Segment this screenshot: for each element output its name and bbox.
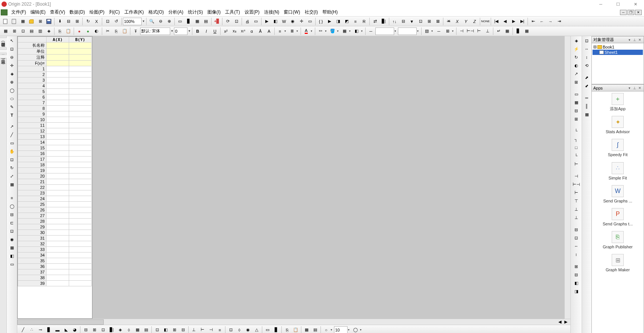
- polygon-tool[interactable]: ⊟: [8, 211, 17, 218]
- grid-button[interactable]: ▦: [503, 27, 511, 35]
- apps-close-button[interactable]: ✕: [638, 86, 642, 90]
- row-header[interactable]: 31: [18, 236, 47, 241]
- surface-button[interactable]: ▦: [133, 326, 142, 333]
- rect-tool[interactable]: ▭: [8, 139, 17, 147]
- menu-图像[interactable]: 图像(I): [205, 8, 223, 16]
- data-cell[interactable]: [47, 236, 69, 241]
- reimport-button[interactable]: ↻: [84, 17, 92, 26]
- data-cell[interactable]: [47, 117, 69, 123]
- data-cell[interactable]: [69, 190, 92, 196]
- layer-button[interactable]: ◧: [162, 326, 170, 333]
- word-export-button[interactable]: W: [280, 17, 288, 26]
- data-cell[interactable]: [47, 111, 69, 117]
- skip-none-button[interactable]: ⊥: [484, 27, 492, 35]
- superscript-button[interactable]: x²: [222, 27, 230, 35]
- grid-h-button[interactable]: ═: [582, 94, 591, 102]
- column-header[interactable]: A(X): [47, 37, 69, 43]
- font-dropdown[interactable]: ▼: [171, 29, 174, 33]
- legend-button[interactable]: ▭: [263, 326, 272, 333]
- bracket-tool[interactable]: ⊏: [8, 219, 17, 227]
- scale-button[interactable]: ≡: [216, 326, 224, 333]
- row-header[interactable]: 1: [18, 66, 47, 72]
- data-cell[interactable]: [47, 275, 69, 281]
- subscript-button[interactable]: x₂: [230, 27, 239, 35]
- line-style-button[interactable]: ─: [367, 27, 375, 35]
- row-header[interactable]: 27: [18, 213, 47, 219]
- font-style-button[interactable]: Ŧ: [132, 27, 140, 35]
- pan-tool[interactable]: ✋: [8, 147, 17, 155]
- screen-reader-tool[interactable]: ✛: [8, 62, 17, 69]
- data-cell[interactable]: [47, 219, 69, 224]
- zoom-dropdown[interactable]: ▼: [142, 20, 145, 23]
- italic-button[interactable]: I: [202, 27, 210, 35]
- data-cell[interactable]: [69, 100, 92, 106]
- data-cell[interactable]: [69, 213, 92, 219]
- data-cell[interactable]: [69, 258, 92, 264]
- data-cursor-tool[interactable]: ⊕: [8, 78, 17, 86]
- bar-plot-button[interactable]: ▬: [53, 326, 62, 333]
- menu-社交[interactable]: 社交(I): [302, 8, 320, 16]
- copy-button[interactable]: ⎘: [56, 27, 64, 35]
- row-header[interactable]: 38: [18, 275, 47, 281]
- ternary-button[interactable]: △: [252, 326, 261, 333]
- front-button[interactable]: ◧: [572, 279, 581, 287]
- import-multi-button[interactable]: ⊞: [73, 17, 81, 26]
- screen-reader-button[interactable]: ◉: [289, 17, 297, 26]
- menu-编辑[interactable]: 编辑(E): [28, 8, 48, 16]
- menu-绘图[interactable]: 绘图(P): [87, 8, 107, 16]
- menu-格式[interactable]: 格式(O): [146, 8, 166, 16]
- menu-连接[interactable]: 连接(N): [262, 8, 282, 16]
- offset-button[interactable]: ⊡: [227, 326, 235, 333]
- data-cell[interactable]: [69, 72, 92, 78]
- data-cell[interactable]: [69, 252, 92, 258]
- new-project-button[interactable]: [2, 17, 10, 26]
- skip-both-button[interactable]: ⊢⊣: [466, 27, 475, 35]
- row-header[interactable]: 9: [18, 111, 47, 117]
- rotate-tool[interactable]: ↻: [8, 164, 17, 172]
- app-item-graph-publisher[interactable]: ⎘Graph Publisher: [593, 231, 642, 249]
- frame4-button[interactable]: └: [572, 152, 581, 160]
- data-cell[interactable]: [47, 72, 69, 78]
- export-button[interactable]: ◧: [271, 17, 280, 26]
- add-column-button[interactable]: +▊: [213, 17, 221, 26]
- apps-panel-header[interactable]: Apps ▾ ⊥ ✕: [592, 85, 644, 91]
- region-tool[interactable]: ◯: [8, 87, 17, 94]
- row-header[interactable]: 35: [18, 258, 47, 264]
- extract-button[interactable]: ⊟: [179, 326, 187, 333]
- scale-tool[interactable]: ⤢: [8, 172, 17, 180]
- menu-帮助[interactable]: 帮助(H): [320, 8, 340, 16]
- results-button[interactable]: ▤: [27, 27, 36, 35]
- transfer-button[interactable]: ⇄: [371, 17, 379, 26]
- align-left-gbtn[interactable]: ⊣: [572, 172, 581, 180]
- app-item-speedy-fit[interactable]: ∫Speedy Fit: [593, 139, 642, 157]
- row-header[interactable]: 18: [18, 162, 47, 168]
- label-cell[interactable]: [69, 55, 92, 61]
- symbol-size-input[interactable]: [334, 326, 348, 333]
- rescale-x-button[interactable]: ↔: [582, 45, 591, 53]
- line-style-combo[interactable]: [375, 27, 394, 35]
- data-cell[interactable]: [69, 111, 92, 117]
- data-reader-button[interactable]: ▭: [306, 17, 314, 26]
- data-cell[interactable]: [69, 123, 92, 128]
- data-cell[interactable]: [69, 106, 92, 111]
- table-tool[interactable]: ▦: [8, 181, 17, 188]
- align-center-button[interactable]: ≣: [288, 27, 296, 35]
- data-cell[interactable]: [47, 241, 69, 247]
- stats-button[interactable]: ▊|: [379, 17, 388, 26]
- layout2-button[interactable]: ▦: [572, 99, 581, 106]
- data-cell[interactable]: [69, 281, 92, 286]
- row-header[interactable]: 14: [18, 140, 47, 145]
- data-cell[interactable]: [69, 162, 92, 168]
- menu-工具[interactable]: 工具(T): [223, 8, 242, 16]
- mdi-restore[interactable]: ❐: [627, 10, 634, 15]
- object-tool[interactable]: ⊡: [8, 156, 17, 163]
- border-button[interactable]: ▧: [423, 27, 431, 35]
- paste2-button[interactable]: 📋: [121, 27, 129, 35]
- label-cell[interactable]: [69, 61, 92, 66]
- app-item-graph-maker[interactable]: ⊞Graph Maker: [593, 254, 642, 272]
- table-button[interactable]: ▦: [523, 27, 531, 35]
- sort-col-button[interactable]: ↑↓: [390, 17, 399, 26]
- data-cell[interactable]: [47, 94, 69, 100]
- line-tool[interactable]: ╱: [8, 131, 17, 138]
- row-header[interactable]: 11: [18, 123, 47, 128]
